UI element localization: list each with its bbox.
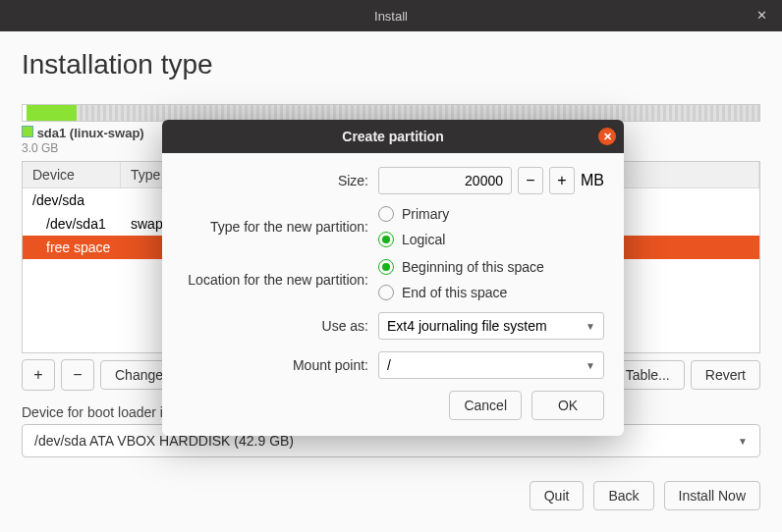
dialog-overlay: Create partition ✕ Size: 20000 − + MB Ty… [0, 0, 782, 532]
radio-icon [378, 232, 394, 247]
radio-logical[interactable]: Logical [378, 232, 604, 247]
ok-button[interactable]: OK [531, 391, 604, 420]
use-as-select[interactable]: Ext4 journaling file system ▼ [378, 312, 604, 340]
size-decrement-button[interactable]: − [518, 167, 543, 194]
partition-location-label: Location for the new partition: [182, 272, 378, 288]
radio-beginning[interactable]: Beginning of this space [378, 259, 604, 275]
radio-primary[interactable]: Primary [378, 206, 604, 222]
mount-point-label: Mount point: [182, 357, 378, 373]
dialog-close-icon[interactable]: ✕ [598, 128, 616, 145]
create-partition-dialog: Create partition ✕ Size: 20000 − + MB Ty… [162, 120, 624, 436]
size-increment-button[interactable]: + [549, 167, 575, 194]
chevron-down-icon: ▼ [586, 321, 595, 332]
partition-type-label: Type for the new partition: [182, 219, 378, 235]
size-unit: MB [581, 172, 604, 189]
radio-end[interactable]: End of this space [378, 285, 604, 300]
dialog-titlebar: Create partition ✕ [162, 120, 624, 153]
use-as-label: Use as: [182, 318, 378, 334]
chevron-down-icon: ▼ [586, 360, 595, 371]
radio-icon [378, 285, 394, 300]
radio-icon [378, 206, 394, 222]
cancel-button[interactable]: Cancel [449, 391, 522, 420]
size-label: Size: [182, 173, 378, 188]
size-input[interactable]: 20000 [378, 167, 512, 194]
dialog-title: Create partition [342, 129, 443, 144]
mount-point-select[interactable]: / ▼ [378, 351, 604, 379]
radio-icon [378, 259, 394, 275]
